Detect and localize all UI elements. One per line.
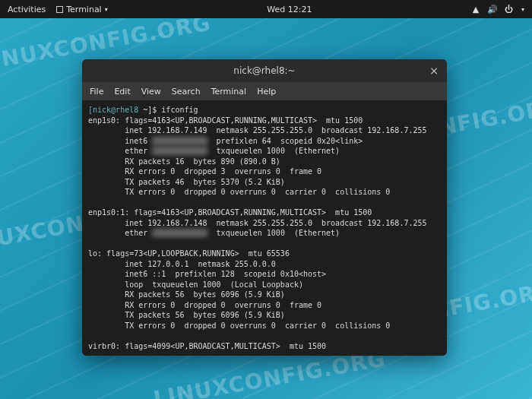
terminal-content[interactable]: [nick@rhel8 ~]$ ifconfigenp1s0: flags=41… [82, 100, 447, 356]
app-indicator-label: Terminal [66, 5, 102, 14]
menu-view[interactable]: View [141, 87, 161, 97]
power-icon[interactable]: ⏻ [505, 5, 514, 14]
menu-terminal[interactable]: Terminal [211, 87, 247, 97]
close-icon: × [429, 65, 439, 77]
window-titlebar[interactable]: nick@rhel8:~ × [82, 59, 447, 82]
chevron-down-icon[interactable]: ▾ [521, 6, 524, 13]
app-indicator[interactable]: Terminal ▾ [56, 5, 108, 14]
menubar: File Edit View Search Terminal Help [82, 82, 447, 100]
volume-icon[interactable]: 🔊 [488, 5, 497, 14]
terminal-icon [56, 6, 63, 13]
network-icon[interactable]: ▲ [471, 5, 480, 14]
menu-search[interactable]: Search [172, 87, 201, 97]
gnome-topbar: Activities Terminal ▾ Wed 12:21 ▲ 🔊 ⏻ ▾ [0, 0, 532, 18]
activities-button[interactable]: Activities [8, 5, 46, 14]
menu-edit[interactable]: Edit [114, 87, 130, 97]
clock[interactable]: Wed 12:21 [267, 5, 312, 14]
menu-help[interactable]: Help [257, 87, 276, 97]
terminal-window: nick@rhel8:~ × File Edit View Search Ter… [82, 59, 447, 356]
window-title: nick@rhel8:~ [233, 65, 295, 76]
menu-file[interactable]: File [90, 87, 103, 97]
close-button[interactable]: × [427, 64, 441, 78]
